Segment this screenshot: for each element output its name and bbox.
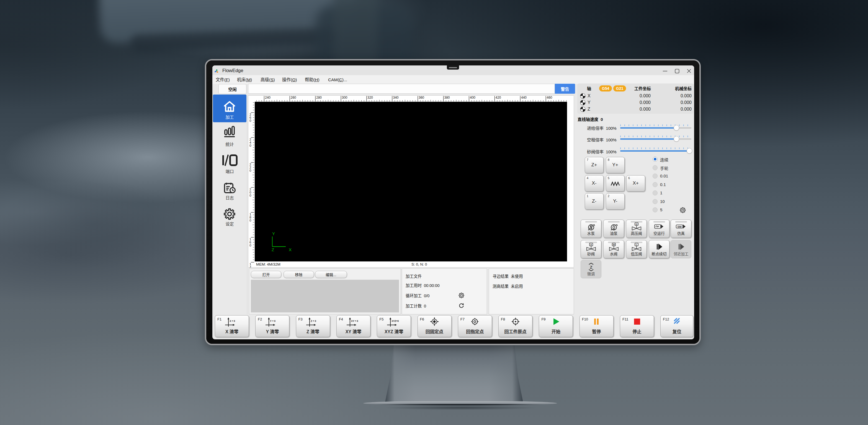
svg-text:W: W <box>613 244 615 246</box>
svg-text:0: 0 <box>249 244 251 247</box>
svg-text:XYZ=0: XYZ=0 <box>392 320 399 322</box>
svg-text:SIM: SIM <box>677 225 681 228</box>
svg-text:320: 320 <box>367 96 373 100</box>
svg-text:260: 260 <box>291 96 296 100</box>
svg-text:Z = 0: Z = 0 <box>311 320 316 322</box>
svg-text:A: A <box>590 244 592 246</box>
svg-text:L: L <box>636 244 637 246</box>
svg-text:460: 460 <box>547 96 552 100</box>
svg-text:4: 4 <box>249 265 251 267</box>
svg-text:420: 420 <box>496 96 501 100</box>
svg-text:240: 240 <box>265 96 271 100</box>
svg-text:Z: Z <box>590 265 592 270</box>
svg-text:280: 280 <box>316 96 322 100</box>
svg-text:0: 0 <box>249 144 251 147</box>
svg-text:340: 340 <box>393 96 399 100</box>
svg-text:Y: Y <box>272 231 275 236</box>
svg-text:Z: Z <box>272 247 274 252</box>
svg-text:360: 360 <box>418 96 424 100</box>
svg-text:Y = 0: Y = 0 <box>270 320 276 322</box>
svg-text:0: 0 <box>249 169 251 172</box>
svg-text:0: 0 <box>249 119 251 122</box>
svg-text:H: H <box>636 223 638 225</box>
svg-text:X = 0: X = 0 <box>229 320 235 322</box>
svg-text:300: 300 <box>342 96 347 100</box>
svg-text:X: X <box>289 247 291 252</box>
svg-text:440: 440 <box>521 96 527 100</box>
svg-text:380: 380 <box>444 96 450 100</box>
svg-text:400: 400 <box>470 96 475 100</box>
svg-text:0: 0 <box>249 219 251 222</box>
svg-text:0: 0 <box>249 194 251 197</box>
svg-text:XY = 0: XY = 0 <box>351 320 358 322</box>
